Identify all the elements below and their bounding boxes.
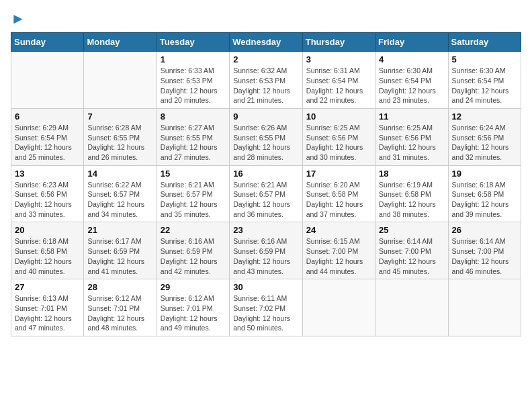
calendar-day-cell: 30Sunrise: 6:11 AM Sunset: 7:02 PM Dayli… — [230, 279, 302, 336]
day-number: 14 — [87, 169, 152, 179]
calendar-week-row: 20Sunrise: 6:18 AM Sunset: 6:58 PM Dayli… — [11, 222, 521, 279]
weekday-header: Tuesday — [157, 33, 229, 52]
calendar-day-cell: 6Sunrise: 6:29 AM Sunset: 6:54 PM Daylig… — [11, 108, 84, 165]
day-number: 29 — [161, 282, 226, 292]
calendar-day-cell: 8Sunrise: 6:27 AM Sunset: 6:55 PM Daylig… — [157, 108, 229, 165]
day-number: 17 — [306, 169, 371, 179]
day-info: Sunrise: 6:29 AM Sunset: 6:54 PM Dayligh… — [15, 123, 80, 163]
calendar-day-cell: 21Sunrise: 6:17 AM Sunset: 6:59 PM Dayli… — [84, 222, 157, 279]
calendar-day-cell: 24Sunrise: 6:15 AM Sunset: 7:00 PM Dayli… — [302, 222, 375, 279]
day-info: Sunrise: 6:12 AM Sunset: 7:01 PM Dayligh… — [87, 293, 152, 333]
day-info: Sunrise: 6:18 AM Sunset: 6:58 PM Dayligh… — [15, 236, 80, 276]
calendar-day-cell — [448, 279, 521, 336]
page-header: ► — [11, 11, 521, 27]
day-number: 23 — [233, 225, 298, 235]
calendar-day-cell: 15Sunrise: 6:21 AM Sunset: 6:57 PM Dayli… — [157, 165, 229, 222]
calendar-day-cell: 17Sunrise: 6:20 AM Sunset: 6:58 PM Dayli… — [302, 165, 375, 222]
weekday-header: Sunday — [11, 33, 84, 52]
calendar-table: SundayMondayTuesdayWednesdayThursdayFrid… — [11, 32, 521, 336]
day-number: 22 — [161, 225, 226, 235]
day-number: 3 — [306, 54, 371, 64]
day-number: 2 — [233, 54, 298, 64]
day-number: 13 — [15, 169, 80, 179]
calendar-day-cell: 27Sunrise: 6:13 AM Sunset: 7:01 PM Dayli… — [11, 279, 84, 336]
calendar-week-row: 6Sunrise: 6:29 AM Sunset: 6:54 PM Daylig… — [11, 108, 521, 165]
calendar-day-cell: 1Sunrise: 6:33 AM Sunset: 6:53 PM Daylig… — [157, 52, 229, 109]
logo: ► — [11, 11, 26, 27]
day-number: 21 — [87, 225, 152, 235]
day-number: 25 — [379, 225, 444, 235]
day-number: 1 — [161, 54, 226, 64]
weekday-header: Saturday — [448, 33, 521, 52]
calendar-day-cell: 22Sunrise: 6:16 AM Sunset: 6:59 PM Dayli… — [157, 222, 229, 279]
day-number: 26 — [452, 225, 517, 235]
calendar-day-cell — [11, 52, 84, 109]
day-info: Sunrise: 6:14 AM Sunset: 7:00 PM Dayligh… — [379, 236, 444, 276]
day-info: Sunrise: 6:18 AM Sunset: 6:58 PM Dayligh… — [452, 180, 517, 220]
calendar-day-cell — [375, 279, 448, 336]
calendar-day-cell: 18Sunrise: 6:19 AM Sunset: 6:58 PM Dayli… — [375, 165, 448, 222]
day-number: 24 — [306, 225, 371, 235]
calendar-day-cell: 13Sunrise: 6:23 AM Sunset: 6:56 PM Dayli… — [11, 165, 84, 222]
day-info: Sunrise: 6:21 AM Sunset: 6:57 PM Dayligh… — [161, 180, 226, 220]
day-info: Sunrise: 6:13 AM Sunset: 7:01 PM Dayligh… — [15, 293, 80, 333]
day-info: Sunrise: 6:12 AM Sunset: 7:01 PM Dayligh… — [161, 293, 226, 333]
calendar-day-cell: 28Sunrise: 6:12 AM Sunset: 7:01 PM Dayli… — [84, 279, 157, 336]
day-number: 7 — [87, 111, 152, 122]
day-number: 11 — [379, 111, 444, 122]
calendar-week-row: 27Sunrise: 6:13 AM Sunset: 7:01 PM Dayli… — [11, 279, 521, 336]
day-info: Sunrise: 6:14 AM Sunset: 7:00 PM Dayligh… — [452, 236, 517, 276]
calendar-day-cell: 2Sunrise: 6:32 AM Sunset: 6:53 PM Daylig… — [230, 52, 302, 109]
calendar-day-cell: 5Sunrise: 6:30 AM Sunset: 6:54 PM Daylig… — [448, 52, 521, 109]
day-info: Sunrise: 6:20 AM Sunset: 6:58 PM Dayligh… — [306, 180, 371, 220]
calendar-day-cell: 26Sunrise: 6:14 AM Sunset: 7:00 PM Dayli… — [448, 222, 521, 279]
day-info: Sunrise: 6:31 AM Sunset: 6:54 PM Dayligh… — [306, 66, 371, 105]
day-number: 4 — [379, 54, 444, 64]
day-number: 28 — [87, 282, 152, 292]
day-info: Sunrise: 6:24 AM Sunset: 6:56 PM Dayligh… — [452, 123, 517, 163]
day-info: Sunrise: 6:25 AM Sunset: 6:56 PM Dayligh… — [306, 123, 371, 163]
day-info: Sunrise: 6:19 AM Sunset: 6:58 PM Dayligh… — [379, 180, 444, 220]
day-number: 27 — [15, 282, 80, 292]
calendar-day-cell: 19Sunrise: 6:18 AM Sunset: 6:58 PM Dayli… — [448, 165, 521, 222]
day-info: Sunrise: 6:21 AM Sunset: 6:57 PM Dayligh… — [233, 180, 298, 220]
calendar-day-cell: 11Sunrise: 6:25 AM Sunset: 6:56 PM Dayli… — [375, 108, 448, 165]
calendar-day-cell: 23Sunrise: 6:16 AM Sunset: 6:59 PM Dayli… — [230, 222, 302, 279]
calendar-day-cell: 7Sunrise: 6:28 AM Sunset: 6:55 PM Daylig… — [84, 108, 157, 165]
weekday-header: Wednesday — [230, 33, 302, 52]
calendar-day-cell: 20Sunrise: 6:18 AM Sunset: 6:58 PM Dayli… — [11, 222, 84, 279]
calendar-day-cell: 3Sunrise: 6:31 AM Sunset: 6:54 PM Daylig… — [302, 52, 375, 109]
calendar-day-cell: 16Sunrise: 6:21 AM Sunset: 6:57 PM Dayli… — [230, 165, 302, 222]
day-number: 20 — [15, 225, 80, 235]
day-number: 8 — [161, 111, 226, 122]
weekday-header: Friday — [375, 33, 448, 52]
day-info: Sunrise: 6:23 AM Sunset: 6:56 PM Dayligh… — [15, 180, 80, 220]
day-number: 18 — [379, 169, 444, 179]
day-number: 16 — [233, 169, 298, 179]
day-number: 19 — [452, 169, 517, 179]
day-info: Sunrise: 6:11 AM Sunset: 7:02 PM Dayligh… — [233, 293, 298, 333]
day-number: 5 — [452, 54, 517, 64]
day-number: 15 — [161, 169, 226, 179]
day-info: Sunrise: 6:16 AM Sunset: 6:59 PM Dayligh… — [233, 236, 298, 276]
day-info: Sunrise: 6:27 AM Sunset: 6:55 PM Dayligh… — [161, 123, 226, 163]
day-number: 30 — [233, 282, 298, 292]
day-info: Sunrise: 6:28 AM Sunset: 6:55 PM Dayligh… — [87, 123, 152, 163]
day-info: Sunrise: 6:32 AM Sunset: 6:53 PM Dayligh… — [233, 66, 298, 105]
day-info: Sunrise: 6:22 AM Sunset: 6:57 PM Dayligh… — [87, 180, 152, 220]
day-info: Sunrise: 6:30 AM Sunset: 6:54 PM Dayligh… — [452, 66, 517, 105]
logo-text: ► — [11, 11, 26, 27]
day-number: 12 — [452, 111, 517, 122]
day-info: Sunrise: 6:15 AM Sunset: 7:00 PM Dayligh… — [306, 236, 371, 276]
day-number: 10 — [306, 111, 371, 122]
day-info: Sunrise: 6:26 AM Sunset: 6:55 PM Dayligh… — [233, 123, 298, 163]
calendar-day-cell: 25Sunrise: 6:14 AM Sunset: 7:00 PM Dayli… — [375, 222, 448, 279]
day-info: Sunrise: 6:17 AM Sunset: 6:59 PM Dayligh… — [87, 236, 152, 276]
calendar-day-cell: 10Sunrise: 6:25 AM Sunset: 6:56 PM Dayli… — [302, 108, 375, 165]
calendar-day-cell: 4Sunrise: 6:30 AM Sunset: 6:54 PM Daylig… — [375, 52, 448, 109]
day-info: Sunrise: 6:16 AM Sunset: 6:59 PM Dayligh… — [161, 236, 226, 276]
weekday-header: Thursday — [302, 33, 375, 52]
calendar-week-row: 13Sunrise: 6:23 AM Sunset: 6:56 PM Dayli… — [11, 165, 521, 222]
day-number: 9 — [233, 111, 298, 122]
calendar-day-cell — [302, 279, 375, 336]
